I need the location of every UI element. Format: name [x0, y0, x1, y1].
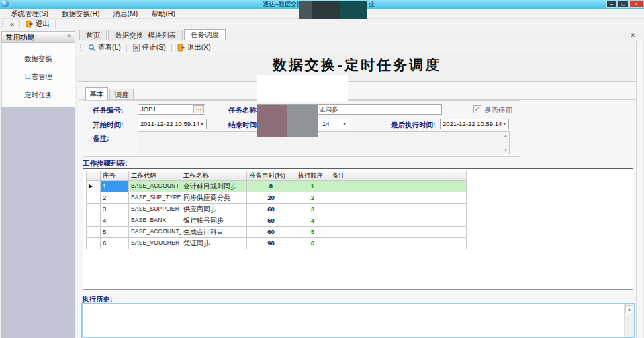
cell-code[interactable]: BASE_ACCOUNT_DCY [129, 227, 181, 238]
stop-button[interactable]: 停止(S) [130, 42, 168, 53]
cell-remark[interactable] [330, 227, 467, 238]
task-no-field[interactable]: JOB1 … [138, 104, 205, 115]
tab-close-icon[interactable]: × [631, 31, 635, 39]
cell-remark[interactable] [330, 215, 467, 227]
grid-header-code[interactable]: 工作代码 [129, 171, 181, 181]
toolbar-grip [2, 21, 5, 27]
cell-order[interactable]: 3 [295, 204, 330, 215]
grid-header-prep[interactable]: 准备用时(秒) [247, 171, 295, 181]
cell-prep[interactable]: 60 [247, 204, 295, 215]
table-row[interactable]: 4 BASE_BANK 银行账号同步 60 4 [86, 215, 468, 227]
cell-remark[interactable] [330, 204, 467, 215]
cell-remark[interactable] [330, 192, 467, 204]
cell-prep[interactable]: 60 [247, 215, 295, 227]
row-selector[interactable] [86, 227, 101, 238]
scroll-up-icon[interactable]: ▲ [625, 305, 633, 313]
row-selector[interactable] [86, 204, 101, 215]
app-icon[interactable] [1, 0, 9, 7]
history-textarea[interactable]: ▲ [81, 303, 635, 338]
sidebar: ^ 常用功能 数据交换 日志管理 定时任务 [1, 31, 75, 338]
cell-name[interactable]: 凭证同步 [181, 238, 247, 249]
sidebar-item-scheduled-task[interactable]: 定时任务 [2, 86, 75, 104]
last-exec-field[interactable]: 2021-12-22 10:59:14 ▼ [440, 119, 509, 129]
tab-home[interactable]: 首页 [79, 30, 107, 40]
grid-header-name[interactable]: 工作名称 [181, 171, 247, 181]
menu-data-exchange[interactable]: 数据交换(H) [55, 9, 107, 18]
table-row[interactable]: 6 BASE_VOUCHER 凭证同步 90 6 [86, 238, 468, 249]
table-row[interactable]: ▶ 1 BASE_ACCOUNT 会计科目规则同步 0 1 [86, 181, 468, 192]
table-row[interactable]: 2 BASE_SUP_TYPE 同步供应商分类 20 2 [86, 192, 468, 204]
remark-textarea[interactable]: ▲ ▼ [138, 131, 510, 154]
cell-name[interactable]: 银行账号同步 [181, 215, 247, 227]
grid-header-seq[interactable]: 序号 [101, 171, 129, 181]
cell-seq[interactable]: 6 [101, 238, 129, 249]
sidebar-header[interactable]: ^ 常用功能 [1, 31, 75, 43]
history-scrollbar[interactable]: ▲ [624, 304, 634, 337]
cell-order[interactable]: 2 [295, 192, 330, 204]
row-selector[interactable] [86, 192, 101, 204]
cell-seq[interactable]: 3 [101, 204, 129, 215]
main-scrollbar[interactable] [636, 40, 644, 338]
cell-remark[interactable] [330, 238, 467, 249]
cell-seq[interactable]: 5 [101, 227, 129, 238]
cell-seq[interactable]: 1 [101, 181, 129, 192]
tab-task-schedule[interactable]: 任务调度 [184, 29, 226, 40]
maximize-button[interactable]: □ [618, 1, 629, 8]
cell-prep[interactable]: 90 [247, 238, 295, 249]
grid-header-selector[interactable] [86, 171, 101, 181]
form-tab-basic[interactable]: 基本 [85, 87, 108, 100]
cell-remark[interactable] [330, 181, 467, 192]
chevron-down-icon[interactable]: ▼ [200, 122, 204, 126]
chevron-down-icon[interactable]: ▼ [342, 122, 347, 126]
cell-name[interactable]: 会计科目规则同步 [181, 181, 247, 192]
form-tab-schedule[interactable]: 调度 [109, 89, 134, 99]
cell-prep[interactable]: 60 [247, 227, 295, 238]
cell-name[interactable]: 同步供应商分类 [181, 192, 247, 204]
action-toolbar: 查看(L) 停止(S) 退出(X) [78, 41, 636, 54]
scroll-down-icon[interactable]: ▼ [504, 148, 508, 152]
cell-prep[interactable]: 0 [247, 181, 295, 192]
cell-code[interactable]: BASE_ACCOUNT [129, 181, 181, 192]
cell-order[interactable]: 5 [295, 227, 330, 238]
tab-module-list[interactable]: 数据交换--模块列表 [108, 30, 183, 40]
quick-toolbar: « 退出 [0, 19, 644, 30]
table-row[interactable]: 5 BASE_ACCOUNT_DCY 生成会计科目 60 5 [86, 227, 468, 238]
menu-message[interactable]: 消息(M) [107, 9, 145, 18]
cell-seq[interactable]: 4 [101, 215, 129, 227]
cell-code[interactable]: BASE_SUPPLIER [129, 204, 181, 215]
row-selector[interactable] [86, 215, 101, 227]
cell-order[interactable]: 4 [295, 215, 330, 227]
start-time-field[interactable]: 2021-12-22 10:59:14 ▼ [138, 119, 207, 129]
cell-order[interactable]: 6 [295, 238, 330, 249]
steps-list-label: 工作步骤列表: [83, 159, 128, 168]
cell-order[interactable]: 1 [295, 181, 330, 192]
sidebar-item-log-manage[interactable]: 日志管理 [2, 68, 75, 86]
table-row[interactable]: 3 BASE_SUPPLIER 供应商同步 60 3 [86, 204, 468, 215]
disable-checkbox[interactable]: ✓ [473, 105, 481, 113]
menu-help[interactable]: 帮助(H) [144, 9, 182, 18]
row-selector-arrow[interactable]: ▶ [86, 181, 101, 192]
chevron-down-icon[interactable]: ▼ [502, 122, 506, 126]
grid-header-remark[interactable]: 备注 [330, 171, 467, 181]
cell-code[interactable]: BASE_BANK [129, 215, 181, 227]
minimize-button[interactable]: − [606, 1, 617, 8]
cell-prep[interactable]: 20 [247, 192, 295, 204]
cell-code[interactable]: BASE_SUP_TYPE [129, 192, 181, 204]
row-selector[interactable] [86, 238, 101, 249]
task-name-label: 任务名称: [228, 106, 259, 115]
cell-code[interactable]: BASE_VOUCHER [129, 238, 181, 249]
collapse-icon[interactable]: ^ [67, 32, 71, 42]
sidebar-item-data-exchange[interactable]: 数据交换 [2, 50, 75, 68]
exit-button[interactable]: 退出(X) [175, 42, 213, 53]
scroll-up-icon[interactable]: ▲ [504, 133, 508, 137]
collapse-button[interactable]: « [8, 19, 16, 29]
browse-button[interactable]: … [193, 105, 204, 113]
quick-exit-button[interactable]: 退出 [24, 19, 52, 30]
cell-name[interactable]: 生成会计科目 [181, 227, 247, 238]
grid-header-order[interactable]: 执行顺序 [295, 171, 330, 181]
view-button[interactable]: 查看(L) [86, 42, 123, 53]
cell-seq[interactable]: 2 [101, 192, 129, 204]
close-button[interactable]: × [629, 1, 643, 8]
cell-name[interactable]: 供应商同步 [181, 204, 247, 215]
menu-system[interactable]: 系统管理(S) [4, 9, 55, 18]
